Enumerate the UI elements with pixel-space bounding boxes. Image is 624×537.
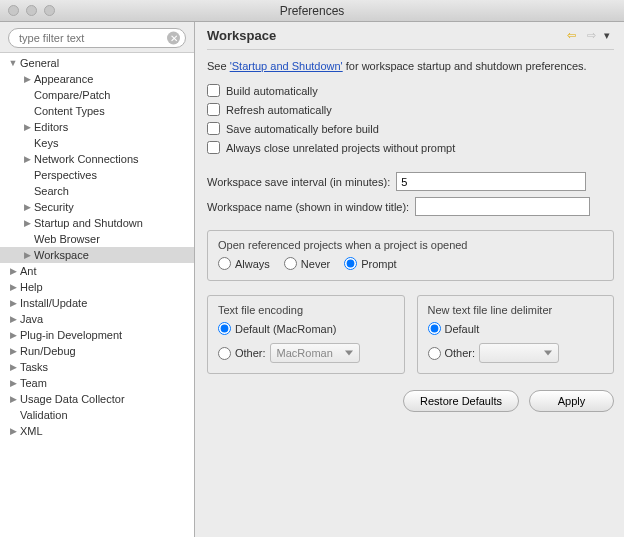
tree-item-label: Run/Debug — [20, 345, 76, 357]
twisty-icon[interactable]: ▶ — [8, 298, 18, 308]
twisty-icon[interactable]: ▶ — [22, 202, 32, 212]
ref-prompt-option[interactable]: Prompt — [344, 257, 396, 270]
page-title: Workspace — [207, 28, 276, 43]
tree-item-label: Content Types — [34, 105, 105, 117]
ref-prompt-radio[interactable] — [344, 257, 357, 270]
nav-icons: ⇦ ⇨ ▾ — [564, 29, 614, 42]
tree-item-security[interactable]: ▶Security — [0, 199, 194, 215]
filter-input[interactable] — [8, 28, 186, 48]
delimiter-default-option[interactable]: Default — [428, 322, 480, 335]
apply-button[interactable]: Apply — [529, 390, 614, 412]
tree-item-editors[interactable]: ▶Editors — [0, 119, 194, 135]
twisty-icon[interactable]: ▼ — [8, 58, 18, 68]
startup-shutdown-link[interactable]: 'Startup and Shutdown' — [230, 60, 343, 72]
tree-item-plug-in-development[interactable]: ▶Plug-in Development — [0, 327, 194, 343]
tree-item-content-types[interactable]: Content Types — [0, 103, 194, 119]
nav-back-icon[interactable]: ⇦ — [564, 29, 578, 42]
twisty-icon[interactable]: ▶ — [8, 394, 18, 404]
encoding-other-radio[interactable] — [218, 347, 231, 360]
tree-item-label: Workspace — [34, 249, 89, 261]
ref-always-radio[interactable] — [218, 257, 231, 270]
twisty-icon[interactable]: ▶ — [22, 154, 32, 164]
twisty-icon[interactable]: ▶ — [22, 122, 32, 132]
tree-item-label: Install/Update — [20, 297, 87, 309]
twisty-icon[interactable]: ▶ — [8, 314, 18, 324]
refresh-automatically-row: Refresh automatically — [207, 103, 614, 116]
delimiter-group: New text file line delimiter Default Oth… — [417, 295, 615, 374]
twisty-icon[interactable]: ▶ — [8, 346, 18, 356]
tree-item-keys[interactable]: Keys — [0, 135, 194, 151]
tree-item-label: Editors — [34, 121, 68, 133]
workspace-name-label: Workspace name (shown in window title): — [207, 201, 409, 213]
workspace-name-input[interactable] — [415, 197, 590, 216]
build-automatically-label: Build automatically — [226, 85, 318, 97]
tree-item-label: Team — [20, 377, 47, 389]
tree-item-label: Compare/Patch — [34, 89, 110, 101]
encoding-other-option[interactable]: Other: MacRoman — [218, 343, 360, 363]
close-unrelated-checkbox[interactable] — [207, 141, 220, 154]
encoding-default-radio[interactable] — [218, 322, 231, 335]
refresh-automatically-checkbox[interactable] — [207, 103, 220, 116]
build-automatically-checkbox[interactable] — [207, 84, 220, 97]
tree-item-team[interactable]: ▶Team — [0, 375, 194, 391]
encoding-legend: Text file encoding — [218, 304, 394, 316]
tree-item-label: Plug-in Development — [20, 329, 122, 341]
twisty-icon[interactable]: ▶ — [8, 330, 18, 340]
tree-item-install-update[interactable]: ▶Install/Update — [0, 295, 194, 311]
tree-item-compare-patch[interactable]: Compare/Patch — [0, 87, 194, 103]
preference-tree[interactable]: ▼General▶AppearanceCompare/PatchContent … — [0, 52, 194, 537]
ref-always-option[interactable]: Always — [218, 257, 270, 270]
page-description: See 'Startup and Shutdown' for workspace… — [207, 60, 614, 72]
save-interval-input[interactable] — [396, 172, 586, 191]
titlebar: Preferences — [0, 0, 624, 22]
twisty-icon[interactable]: ▶ — [8, 282, 18, 292]
refresh-automatically-label: Refresh automatically — [226, 104, 332, 116]
build-automatically-row: Build automatically — [207, 84, 614, 97]
tree-item-label: General — [20, 57, 59, 69]
delimiter-legend: New text file line delimiter — [428, 304, 604, 316]
tree-item-label: Java — [20, 313, 43, 325]
tree-item-xml[interactable]: ▶XML — [0, 423, 194, 439]
save-before-build-row: Save automatically before build — [207, 122, 614, 135]
save-interval-label: Workspace save interval (in minutes): — [207, 176, 390, 188]
tree-item-java[interactable]: ▶Java — [0, 311, 194, 327]
tree-item-general[interactable]: ▼General — [0, 55, 194, 71]
twisty-icon[interactable]: ▶ — [22, 218, 32, 228]
tree-item-appearance[interactable]: ▶Appearance — [0, 71, 194, 87]
ref-never-radio[interactable] — [284, 257, 297, 270]
tree-item-label: Web Browser — [34, 233, 100, 245]
clear-filter-icon[interactable]: ✕ — [167, 32, 180, 45]
ref-never-option[interactable]: Never — [284, 257, 330, 270]
restore-defaults-button[interactable]: Restore Defaults — [403, 390, 519, 412]
tree-item-web-browser[interactable]: Web Browser — [0, 231, 194, 247]
tree-item-tasks[interactable]: ▶Tasks — [0, 359, 194, 375]
delimiter-other-option[interactable]: Other: — [428, 343, 560, 363]
tree-item-ant[interactable]: ▶Ant — [0, 263, 194, 279]
twisty-icon[interactable]: ▶ — [22, 74, 32, 84]
encoding-other-select: MacRoman — [270, 343, 360, 363]
tree-item-perspectives[interactable]: Perspectives — [0, 167, 194, 183]
save-before-build-label: Save automatically before build — [226, 123, 379, 135]
twisty-icon[interactable]: ▶ — [8, 378, 18, 388]
window-title: Preferences — [0, 4, 624, 18]
tree-item-usage-data-collector[interactable]: ▶Usage Data Collector — [0, 391, 194, 407]
tree-item-startup-and-shutdown[interactable]: ▶Startup and Shutdown — [0, 215, 194, 231]
twisty-icon[interactable]: ▶ — [8, 266, 18, 276]
delimiter-other-radio[interactable] — [428, 347, 441, 360]
tree-item-workspace[interactable]: ▶Workspace — [0, 247, 194, 263]
close-unrelated-row: Always close unrelated projects without … — [207, 141, 614, 154]
twisty-icon[interactable]: ▶ — [8, 362, 18, 372]
twisty-icon[interactable]: ▶ — [22, 250, 32, 260]
tree-item-network-connections[interactable]: ▶Network Connections — [0, 151, 194, 167]
tree-item-search[interactable]: Search — [0, 183, 194, 199]
tree-item-help[interactable]: ▶Help — [0, 279, 194, 295]
tree-item-run-debug[interactable]: ▶Run/Debug — [0, 343, 194, 359]
twisty-icon[interactable]: ▶ — [8, 426, 18, 436]
encoding-default-option[interactable]: Default (MacRoman) — [218, 322, 336, 335]
save-before-build-checkbox[interactable] — [207, 122, 220, 135]
nav-menu-icon[interactable]: ▾ — [604, 29, 614, 42]
tree-item-label: Ant — [20, 265, 37, 277]
tree-item-validation[interactable]: Validation — [0, 407, 194, 423]
tree-item-label: Security — [34, 201, 74, 213]
delimiter-default-radio[interactable] — [428, 322, 441, 335]
